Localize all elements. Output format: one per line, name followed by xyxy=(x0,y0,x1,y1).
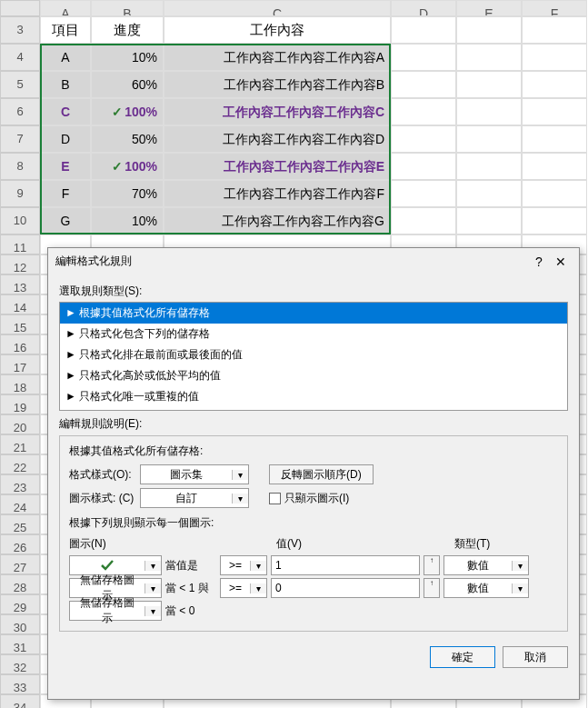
row-header[interactable]: 24 xyxy=(0,494,40,514)
format-style-combo[interactable]: 圖示集 ▾ xyxy=(140,464,249,484)
value-input[interactable] xyxy=(271,555,420,575)
cell[interactable] xyxy=(456,153,522,180)
chevron-down-icon[interactable]: ▾ xyxy=(250,561,266,571)
cell[interactable] xyxy=(522,98,587,125)
cell[interactable] xyxy=(391,71,456,98)
row-header[interactable]: 19 xyxy=(0,394,40,414)
row-header[interactable]: 31 xyxy=(0,634,40,654)
chevron-down-icon[interactable]: ▾ xyxy=(145,583,161,593)
row-header[interactable]: 13 xyxy=(0,274,40,294)
rule-type-item[interactable]: ► 只格式化排在最前面或最後面的值 xyxy=(60,344,567,365)
chevron-down-icon[interactable]: ▾ xyxy=(232,494,248,504)
row-header[interactable]: 17 xyxy=(0,354,40,374)
chevron-down-icon[interactable]: ▾ xyxy=(512,561,528,571)
cell[interactable]: B xyxy=(40,71,91,98)
row-header[interactable]: 14 xyxy=(0,294,40,314)
cell[interactable]: 工作內容工作內容工作內容A xyxy=(164,44,391,71)
cell[interactable] xyxy=(456,180,522,207)
help-button[interactable]: ? xyxy=(528,254,550,269)
col-header-a[interactable]: A xyxy=(40,0,91,16)
range-select-button[interactable]: ↑ xyxy=(424,578,440,598)
reverse-icon-order-button[interactable]: 反轉圖示順序(D) xyxy=(269,464,374,484)
row-header[interactable]: 7 xyxy=(0,125,40,153)
cell[interactable]: 10% xyxy=(91,207,164,234)
row-header[interactable]: 32 xyxy=(0,654,40,674)
chevron-down-icon[interactable]: ▾ xyxy=(232,470,248,480)
cell[interactable] xyxy=(456,125,522,153)
row-header[interactable]: 5 xyxy=(0,71,40,98)
cell[interactable]: D xyxy=(40,125,91,153)
row-header[interactable]: 27 xyxy=(0,554,40,574)
chevron-down-icon[interactable]: ▾ xyxy=(145,561,161,571)
cell[interactable] xyxy=(522,44,587,71)
col-header-d[interactable]: D xyxy=(391,0,456,16)
type-combo[interactable]: 數值▾ xyxy=(443,578,529,598)
row-header[interactable]: 33 xyxy=(0,674,40,694)
cell[interactable] xyxy=(456,71,522,98)
row-header[interactable]: 23 xyxy=(0,474,40,494)
rule-type-list[interactable]: ► 根據其值格式化所有儲存格► 只格式化包含下列的儲存格► 只格式化排在最前面或… xyxy=(59,302,568,411)
row-header[interactable]: 30 xyxy=(0,614,40,634)
cell[interactable]: 工作內容 xyxy=(164,16,391,44)
cell[interactable]: 工作內容工作內容工作內容E xyxy=(164,153,391,180)
row-header[interactable]: 34 xyxy=(0,694,40,708)
row-header[interactable]: 25 xyxy=(0,514,40,534)
cell[interactable]: C xyxy=(40,98,91,125)
cell[interactable] xyxy=(391,44,456,71)
cell[interactable]: 工作內容工作內容工作內容B xyxy=(164,71,391,98)
row-header[interactable]: 15 xyxy=(0,314,40,334)
cell[interactable] xyxy=(391,16,456,44)
cell[interactable]: E xyxy=(40,153,91,180)
cell[interactable] xyxy=(456,98,522,125)
cell[interactable] xyxy=(456,16,522,44)
rule-type-item[interactable]: ► 只格式化唯一或重複的值 xyxy=(60,386,567,407)
cell[interactable]: 項目 xyxy=(40,16,91,44)
cell[interactable]: 進度 xyxy=(91,16,164,44)
cell[interactable]: 工作內容工作內容工作內容C xyxy=(164,98,391,125)
row-header[interactable]: 10 xyxy=(0,207,40,234)
close-button[interactable]: ✕ xyxy=(550,254,572,269)
row-header[interactable]: 26 xyxy=(0,534,40,554)
cell[interactable]: 10% xyxy=(91,44,164,71)
row-header[interactable]: 16 xyxy=(0,334,40,354)
icon-style-combo[interactable]: 自訂 ▾ xyxy=(140,488,249,508)
cell[interactable]: 工作內容工作內容工作內容G xyxy=(164,207,391,234)
cell[interactable] xyxy=(456,207,522,234)
cell[interactable]: ✓100% xyxy=(91,153,164,180)
dialog-titlebar[interactable]: 編輯格式化規則 ? ✕ xyxy=(48,248,579,274)
cell[interactable]: G xyxy=(40,207,91,234)
operator-combo[interactable]: >=▾ xyxy=(220,555,267,575)
range-select-button[interactable]: ↑ xyxy=(424,555,440,575)
rule-type-item[interactable]: ► 根據其值格式化所有儲存格 xyxy=(60,303,567,324)
operator-combo[interactable]: >=▾ xyxy=(220,578,267,598)
cell[interactable]: ✓100% xyxy=(91,98,164,125)
cell[interactable]: 50% xyxy=(91,125,164,153)
row-header[interactable]: 12 xyxy=(0,254,40,274)
row-header[interactable]: 11 xyxy=(0,234,40,254)
cancel-button[interactable]: 取消 xyxy=(503,646,568,668)
cell[interactable] xyxy=(391,153,456,180)
cell[interactable]: 工作內容工作內容工作內容D xyxy=(164,125,391,153)
row-header[interactable]: 21 xyxy=(0,434,40,454)
row-header[interactable]: 22 xyxy=(0,454,40,474)
chevron-down-icon[interactable]: ▾ xyxy=(250,583,266,593)
show-icon-only-checkbox[interactable]: 只顯示圖示(I) xyxy=(269,491,349,506)
rule-type-item[interactable]: ► 使用公式來決定要格式化哪些儲存格 xyxy=(60,407,567,411)
cell[interactable] xyxy=(522,71,587,98)
cell[interactable] xyxy=(456,44,522,71)
cell[interactable]: 工作內容工作內容工作內容F xyxy=(164,180,391,207)
icon-combo[interactable]: 無儲存格圖示▾ xyxy=(69,601,162,621)
col-header-e[interactable]: E xyxy=(456,0,522,16)
row-header[interactable]: 6 xyxy=(0,98,40,125)
rule-type-item[interactable]: ► 只格式化包含下列的儲存格 xyxy=(60,324,567,344)
rule-type-item[interactable]: ► 只格式化高於或低於平均的值 xyxy=(60,365,567,386)
chevron-down-icon[interactable]: ▾ xyxy=(512,583,528,593)
cell[interactable] xyxy=(391,207,456,234)
cell[interactable] xyxy=(522,180,587,207)
cell[interactable] xyxy=(522,207,587,234)
row-header[interactable]: 28 xyxy=(0,574,40,594)
select-all-corner[interactable] xyxy=(0,0,40,16)
col-header-c[interactable]: C xyxy=(164,0,391,16)
row-header[interactable]: 8 xyxy=(0,153,40,180)
row-header[interactable]: 3 xyxy=(0,16,40,44)
